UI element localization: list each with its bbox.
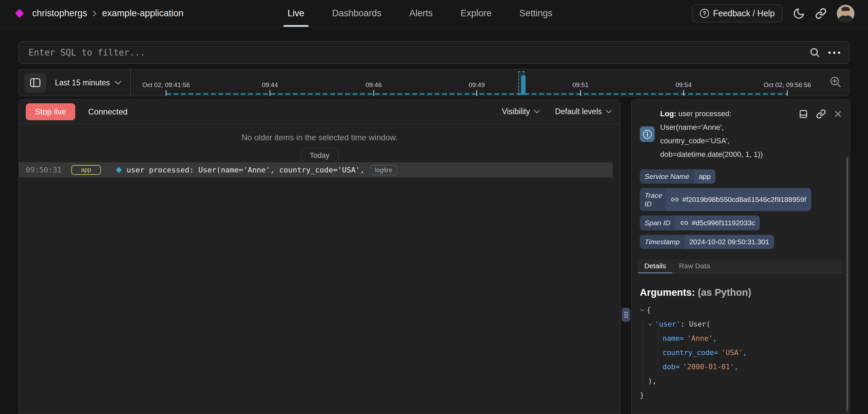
connection-status: Connected [88,107,127,117]
log-message: user processed: User(name='Anne', countr… [126,166,364,174]
timeline-tick: 09:54 [675,81,692,96]
caret-down-icon [640,309,644,312]
trace-id-value: #f2019b98b550cd8a61546c2f9188959f [682,195,806,204]
link-icon [680,219,689,227]
detail-title: Log: user processed: User(name='Anne', c… [660,107,766,161]
link-icon [670,195,679,204]
code-line: name='Anne', [663,331,844,346]
resizer-grip-handle[interactable] [622,308,630,322]
timeline-tick: 09:51 [572,81,589,96]
main-nav: Live Dashboards Alerts Explore Settings [288,0,552,27]
span-id-pill[interactable]: Span ID #d5c996f11192033c [640,215,760,230]
timestamp-value: 2024-10-02 09:50:31.301 [685,235,774,249]
chevron-down-icon [534,110,540,113]
timeline-tick: Oct 02, 09:41:56 [142,81,190,96]
timeline-tick: Oct 02, 09:56:56 [764,81,811,96]
timeline-zoom-button[interactable] [827,76,844,90]
link-icon [816,109,826,119]
default-levels-dropdown[interactable]: Default levels [555,107,612,116]
log-row[interactable]: 09:50:31 app user processed: User(name='… [19,162,613,178]
copy-link-button[interactable] [816,109,826,119]
tab-settings[interactable]: Settings [519,0,553,27]
split-rows-icon [798,109,808,119]
log-time: 09:50:31 [26,166,62,174]
metadata-pills: Service Name app Trace ID #f2019b98b550c… [638,169,844,249]
breadcrumb-project[interactable]: example-application [102,8,183,19]
filter-actions [809,47,840,58]
code-line: } [640,388,844,402]
trace-id-pill[interactable]: Trace ID #f2019b98b550cd8a61546c2f918895… [640,188,811,211]
arguments-code: { 'user': User( name='Anne', country_cod… [640,303,844,402]
tab-live[interactable]: Live [288,0,304,27]
sidebar-toggle-button[interactable] [24,73,46,92]
sql-filter-bar [19,41,849,64]
tab-details[interactable]: Details [638,259,672,273]
brand: christophergs example-application [14,8,183,19]
moon-icon [793,7,805,20]
link-icon [815,8,827,19]
tab-dashboards[interactable]: Dashboards [332,0,382,27]
tab-raw-data[interactable]: Raw Data [672,259,716,273]
tab-alerts[interactable]: Alerts [409,0,433,27]
time-range-label: Last 15 minutes [55,78,110,87]
empty-window-notice: No older items in the selected time wind… [241,133,397,142]
code-line: dob='2000-01-01', [663,360,844,374]
avatar-hair [842,7,850,11]
visibility-dropdown[interactable]: Visibility [502,107,540,116]
grip-dots-icon [624,311,628,318]
scope-badge[interactable]: logfire [370,165,397,175]
info-icon [642,129,653,140]
log-level-diamond-icon [116,167,122,173]
timeline-bar: Last 15 minutes Oct 02, 09:41:56 09:44 0… [19,69,849,96]
feedback-help-button[interactable]: ? Feedback / Help [692,4,783,22]
toggle-layout-button[interactable] [798,109,808,119]
zoom-in-icon [829,76,842,89]
app-root: christophergs example-application Live D… [0,0,868,414]
code-line[interactable]: { [640,303,844,317]
topbar-actions: ? Feedback / Help [692,4,854,22]
time-range-select[interactable]: Last 15 minutes [55,78,121,87]
histogram-bar [521,76,526,95]
detail-scrollbar[interactable] [846,157,848,412]
arguments-heading: Arguments: (as Python) [640,287,842,298]
live-header-controls: Visibility Default levels [502,107,612,116]
tab-explore[interactable]: Explore [460,0,492,27]
log-detail-panel: Log: user processed: User(name='Anne', c… [631,99,850,414]
live-header: Stop live Connected Visibility Default l… [19,100,620,124]
search-icon[interactable] [809,47,820,58]
chevron-right-icon [92,9,97,18]
detail-header-actions [798,109,842,119]
feedback-help-label: Feedback / Help [713,8,775,18]
live-body: No older items in the selected time wind… [19,124,620,414]
chevron-down-icon [115,81,121,85]
topbar: christophergs example-application Live D… [0,0,868,27]
code-line: ), [648,374,844,388]
timeline-tick: 09:46 [366,81,382,96]
breadcrumb: christophergs example-application [32,8,183,19]
sql-filter-input[interactable] [28,47,804,58]
theme-toggle-button[interactable] [793,7,805,20]
live-log-panel: Stop live Connected Visibility Default l… [19,99,620,414]
more-options-icon[interactable] [828,51,840,54]
service-badge[interactable]: app [71,165,101,175]
code-line[interactable]: 'user': User( [648,317,844,331]
share-link-button[interactable] [815,8,827,19]
caret-down-icon [648,323,652,326]
breadcrumb-org[interactable]: christophergs [32,8,87,19]
timeline-tick: 09:49 [469,81,485,96]
today-button[interactable]: Today [300,148,339,163]
service-name-pill: Service Name app [640,169,715,184]
user-avatar[interactable] [837,5,854,22]
help-circle-icon: ? [700,9,709,18]
close-panel-button[interactable] [834,110,842,118]
close-icon [834,110,842,118]
info-level-chip [640,126,655,142]
timeline-tick: 09:44 [262,81,278,96]
stop-live-button[interactable]: Stop live [26,103,75,120]
panel-resizer[interactable] [620,99,631,414]
timeline-chart[interactable]: Oct 02, 09:41:56 09:44 09:46 09:49 09:51… [131,69,823,96]
span-id-value: #d5c996f11192033c [692,219,755,227]
chevron-down-icon [606,110,612,113]
logfire-logo-icon[interactable] [15,9,24,18]
panel-left-icon [30,78,41,87]
